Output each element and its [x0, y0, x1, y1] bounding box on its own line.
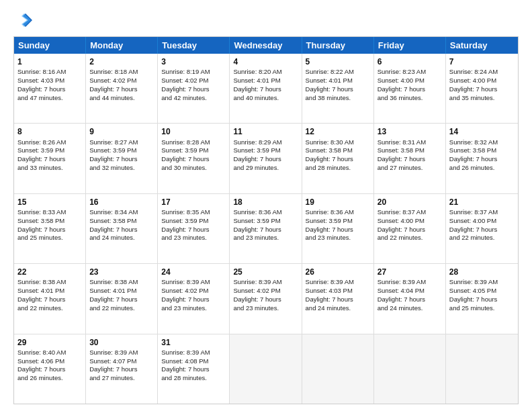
day-cell-4: 4Sunrise: 8:20 AMSunset: 4:01 PMDaylight…: [230, 54, 302, 123]
daylight-minutes: and 27 minutes.: [378, 164, 423, 171]
sunset-text: Sunset: 4:00 PM: [449, 77, 496, 84]
daylight-minutes: and 36 minutes.: [378, 94, 423, 101]
daylight-minutes: and 29 minutes.: [233, 164, 279, 171]
sunset-text: Sunset: 3:59 PM: [161, 146, 208, 154]
daylight-text: Daylight: 7 hours: [161, 155, 209, 163]
daylight-text: Daylight: 7 hours: [233, 295, 281, 303]
sunset-text: Sunset: 4:01 PM: [89, 287, 136, 294]
day-number: 7: [449, 56, 515, 67]
daylight-minutes: and 30 minutes.: [161, 164, 207, 171]
day-number: 21: [449, 197, 515, 208]
daylight-minutes: and 24 minutes.: [89, 234, 135, 241]
day-number: 5: [306, 56, 370, 67]
daylight-text: Daylight: 7 hours: [161, 226, 209, 233]
daylight-minutes: and 23 minutes.: [233, 234, 279, 241]
day-cell-28: 28Sunrise: 8:39 AMSunset: 4:05 PMDayligh…: [446, 264, 518, 333]
sunrise-text: Sunrise: 8:18 AM: [89, 68, 138, 75]
daylight-text: Daylight: 7 hours: [378, 85, 425, 93]
day-cell-17: 17Sunrise: 8:35 AMSunset: 3:59 PMDayligh…: [158, 194, 230, 263]
sunrise-text: Sunrise: 8:40 AM: [17, 349, 66, 356]
day-cell-27: 27Sunrise: 8:39 AMSunset: 4:04 PMDayligh…: [374, 264, 446, 333]
daylight-minutes: and 25 minutes.: [449, 304, 495, 312]
sunrise-text: Sunrise: 8:29 AM: [233, 138, 281, 146]
day-number: 27: [378, 267, 442, 277]
daylight-text: Daylight: 7 hours: [449, 295, 497, 303]
sunset-text: Sunset: 4:02 PM: [161, 77, 208, 84]
day-cell-16: 16Sunrise: 8:34 AMSunset: 3:58 PMDayligh…: [86, 194, 158, 263]
sunset-text: Sunset: 4:00 PM: [449, 217, 496, 224]
day-number: 31: [161, 337, 226, 348]
sunrise-text: Sunrise: 8:39 AM: [306, 278, 354, 285]
sunset-text: Sunset: 4:02 PM: [89, 77, 136, 84]
daylight-text: Daylight: 7 hours: [161, 295, 209, 303]
day-number: 16: [89, 197, 154, 208]
sunrise-text: Sunrise: 8:36 AM: [306, 208, 354, 216]
sunset-text: Sunset: 3:59 PM: [161, 217, 208, 224]
sunset-text: Sunset: 3:58 PM: [306, 146, 353, 154]
calendar-row-5: 29Sunrise: 8:40 AMSunset: 4:06 PMDayligh…: [14, 334, 518, 404]
daylight-minutes: and 42 minutes.: [161, 94, 207, 101]
daylight-minutes: and 27 minutes.: [89, 374, 135, 381]
sunset-text: Sunset: 4:03 PM: [306, 287, 353, 294]
page: SundayMondayTuesdayWednesdayThursdayFrid…: [0, 0, 532, 411]
header: [13, 11, 519, 31]
day-number: 15: [17, 197, 82, 208]
empty-cell-r4c5: [374, 334, 446, 404]
daylight-minutes: and 22 minutes.: [449, 234, 495, 241]
daylight-text: Daylight: 7 hours: [233, 226, 281, 233]
calendar: SundayMondayTuesdayWednesdayThursdayFrid…: [13, 36, 519, 404]
sunset-text: Sunset: 4:05 PM: [449, 287, 496, 294]
empty-cell-r4c6: [446, 334, 518, 404]
svg-marker-1: [21, 13, 31, 27]
calendar-row-1: 1Sunrise: 8:16 AMSunset: 4:03 PMDaylight…: [14, 54, 518, 124]
day-cell-31: 31Sunrise: 8:39 AMSunset: 4:08 PMDayligh…: [158, 334, 230, 404]
daylight-text: Daylight: 7 hours: [17, 85, 65, 93]
daylight-text: Daylight: 7 hours: [17, 365, 65, 373]
day-cell-8: 8Sunrise: 8:26 AMSunset: 3:59 PMDaylight…: [14, 124, 86, 193]
daylight-text: Daylight: 7 hours: [306, 226, 353, 233]
day-number: 3: [161, 56, 226, 67]
day-header-tuesday: Tuesday: [158, 37, 230, 54]
sunrise-text: Sunrise: 8:39 AM: [449, 278, 498, 285]
daylight-minutes: and 24 minutes.: [378, 304, 423, 312]
daylight-text: Daylight: 7 hours: [17, 295, 65, 303]
day-header-monday: Monday: [86, 37, 158, 54]
daylight-minutes: and 38 minutes.: [306, 94, 351, 101]
day-cell-23: 23Sunrise: 8:38 AMSunset: 4:01 PMDayligh…: [86, 264, 158, 333]
sunrise-text: Sunrise: 8:20 AM: [233, 68, 281, 75]
sunrise-text: Sunrise: 8:26 AM: [17, 138, 66, 146]
sunset-text: Sunset: 3:59 PM: [17, 146, 64, 154]
sunrise-text: Sunrise: 8:22 AM: [306, 68, 354, 75]
daylight-minutes: and 22 minutes.: [17, 304, 63, 312]
daylight-minutes: and 26 minutes.: [17, 374, 63, 381]
sunrise-text: Sunrise: 8:34 AM: [89, 208, 138, 216]
daylight-text: Daylight: 7 hours: [449, 226, 497, 233]
sunrise-text: Sunrise: 8:32 AM: [449, 138, 498, 146]
sunset-text: Sunset: 4:00 PM: [378, 77, 425, 84]
day-cell-20: 20Sunrise: 8:37 AMSunset: 4:00 PMDayligh…: [374, 194, 446, 263]
day-number: 28: [449, 267, 515, 277]
daylight-text: Daylight: 7 hours: [306, 155, 353, 163]
day-cell-25: 25Sunrise: 8:39 AMSunset: 4:02 PMDayligh…: [230, 264, 302, 333]
daylight-minutes: and 23 minutes.: [306, 234, 351, 241]
daylight-minutes: and 23 minutes.: [161, 304, 207, 312]
daylight-minutes: and 22 minutes.: [89, 304, 135, 312]
sunrise-text: Sunrise: 8:23 AM: [378, 68, 426, 75]
sunrise-text: Sunrise: 8:33 AM: [17, 208, 66, 216]
daylight-text: Daylight: 7 hours: [17, 226, 65, 233]
daylight-text: Daylight: 7 hours: [306, 85, 353, 93]
sunset-text: Sunset: 4:07 PM: [89, 357, 136, 365]
sunset-text: Sunset: 3:58 PM: [89, 217, 136, 224]
sunrise-text: Sunrise: 8:39 AM: [161, 278, 210, 285]
day-number: 12: [306, 126, 370, 137]
day-cell-30: 30Sunrise: 8:39 AMSunset: 4:07 PMDayligh…: [86, 334, 158, 404]
day-number: 30: [89, 337, 154, 348]
daylight-text: Daylight: 7 hours: [89, 226, 137, 233]
sunrise-text: Sunrise: 8:39 AM: [378, 278, 426, 285]
day-cell-1: 1Sunrise: 8:16 AMSunset: 4:03 PMDaylight…: [14, 54, 86, 123]
sunset-text: Sunset: 4:06 PM: [17, 357, 64, 365]
sunrise-text: Sunrise: 8:39 AM: [233, 278, 281, 285]
day-cell-3: 3Sunrise: 8:19 AMSunset: 4:02 PMDaylight…: [158, 54, 230, 123]
daylight-text: Daylight: 7 hours: [233, 155, 281, 163]
daylight-text: Daylight: 7 hours: [233, 85, 281, 93]
